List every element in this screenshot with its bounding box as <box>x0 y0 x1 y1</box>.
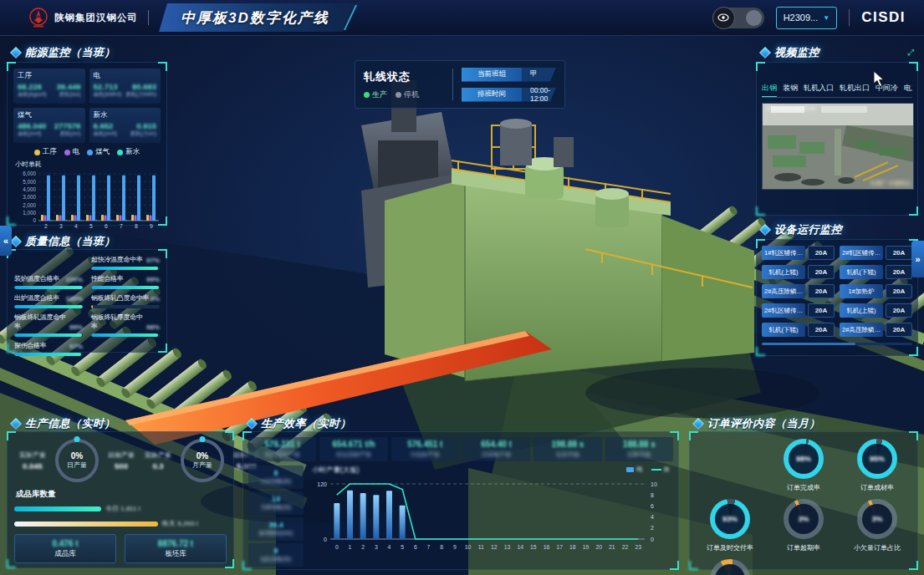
video-tab-装钢[interactable]: 装钢 <box>783 83 798 94</box>
video-tab-电加热[interactable]: 电加热 <box>904 83 912 94</box>
equipment-name-badge[interactable]: 2#高压除鳞… <box>840 323 883 337</box>
svg-text:12: 12 <box>491 544 498 550</box>
quality-label: 钢板终轧厚度命中率 <box>91 313 146 331</box>
quality-value: 97% <box>69 343 83 350</box>
inventory-title: 成品库数量 <box>16 489 227 500</box>
quality-progress-track <box>14 333 83 337</box>
visibility-toggle[interactable] <box>712 8 764 28</box>
energy-card-unit: 单耗(m³/t) <box>94 130 118 138</box>
order-ring-hole: 3% <box>862 504 892 534</box>
side-stat-value: 36.4 <box>268 521 283 529</box>
equipment-cell: 1#轧区辅传…20A <box>762 246 835 260</box>
equipment-name-badge[interactable]: 轧机(上辊) <box>762 265 805 279</box>
energy-card-value: 6.652 <box>94 121 114 130</box>
equipment-name-badge[interactable]: 2#轧区辅传… <box>840 246 883 260</box>
stat-label: 轧制节奏 <box>537 450 598 459</box>
order-gauge: 3%小欠量订单占比 <box>840 499 914 552</box>
scrollbar-thumb[interactable] <box>762 343 855 345</box>
cctv-watermark: 轧钢厂-出钢机位 <box>870 180 911 187</box>
efficiency-side-stats: 8小时块数(块)14当班块数(块)36.4单坯耗时(min)8在轧块数(块) <box>248 466 304 567</box>
energy-card-电: 电52.71380.683单耗(kWh/t)累耗(万kWh) <box>89 69 161 104</box>
cctv-thumbnail[interactable]: 2023-09-12 10:28:46 轧钢厂-出钢机位 <box>762 103 914 190</box>
expand-icon[interactable]: ⤢ <box>907 48 914 58</box>
energy-card-value: 486.040 <box>18 121 46 130</box>
svg-text:11: 11 <box>478 544 484 550</box>
svg-text:1,000: 1,000 <box>23 210 36 216</box>
panel-diamond-icon <box>692 418 704 430</box>
equipment-panel-title: 设备运行监控 <box>761 222 842 237</box>
left-collapse-tab[interactable]: « <box>0 226 12 256</box>
order-gauge-label: 小欠量订单占比 <box>854 543 901 552</box>
order-gauge-label: 订单超期率 <box>787 543 820 552</box>
quality-progress-fill <box>14 286 83 289</box>
equipment-name-badge[interactable]: 轧机(上辊) <box>840 303 883 318</box>
svg-text:13: 13 <box>504 544 511 550</box>
stat-value: 576.451 t <box>395 440 456 449</box>
quality-progress-track <box>14 353 83 356</box>
svg-text:8: 8 <box>440 544 443 550</box>
video-tab-出钢[interactable]: 出钢 <box>762 83 777 94</box>
equipment-name-badge[interactable]: 轧机(下辊) <box>840 265 883 279</box>
video-tab-轧机出口[interactable]: 轧机出口 <box>840 83 870 94</box>
quality-progress-fill <box>91 267 158 270</box>
stat-value: 576.231 t <box>252 440 313 449</box>
energy-card-unit: 累耗(万m³) <box>130 130 156 138</box>
header-divider <box>148 10 149 25</box>
right-collapse-tab[interactable]: » <box>911 241 924 277</box>
equipment-name-badge[interactable]: 2#轧区辅传… <box>762 303 805 318</box>
svg-text:10: 10 <box>651 481 657 487</box>
dashboard-stage: 陕钢集团汉钢公司 中厚板3D数字化产线 H2309... ▼ CISDI 轧线状… <box>0 0 924 575</box>
camera-tabs: 出钢装钢轧机入口轧机出口中间冷电加热 <box>762 83 912 98</box>
gauge-left-label: 实际产量 <box>145 450 171 460</box>
svg-text:23: 23 <box>635 544 641 550</box>
equipment-value: 20A <box>808 284 835 298</box>
ring-percent: 0% <box>71 451 83 461</box>
efficiency-stat: 188.88 s目标节奏 <box>605 437 673 461</box>
svg-text:1: 1 <box>349 544 352 550</box>
energy-card-name: 工序 <box>18 71 81 81</box>
inventory-bars: 今日 1,811 t昨天 5,293 t <box>14 504 227 528</box>
order-ring-value: 98% <box>796 455 811 463</box>
company-logo: 陕钢集团汉钢公司 <box>28 8 138 28</box>
energy-card-unit: 累耗(tce) <box>59 91 81 99</box>
equipment-name-badge[interactable]: 1#轧区辅传… <box>762 246 805 260</box>
order-ring: 3% <box>784 499 824 539</box>
inventory-bar-label: 今日 1,811 t <box>105 504 140 513</box>
equipment-scrollbar[interactable] <box>762 343 912 345</box>
line-selector-dropdown[interactable]: H2309... ▼ <box>776 7 838 29</box>
quality-progress-track <box>91 267 160 270</box>
equipment-value: 20A <box>808 265 835 279</box>
quality-panel-title: 质量信息（当班） <box>12 234 115 249</box>
energy-card-unit: 累耗(m³) <box>60 130 81 138</box>
ring-dot-icon <box>74 436 80 442</box>
equipment-name-badge[interactable]: 轧机(下辊) <box>762 323 805 337</box>
equipment-name-badge[interactable]: 1#加热炉 <box>840 284 883 298</box>
svg-text:21: 21 <box>609 544 615 550</box>
order-gauge: 98%订单完成率 <box>767 439 840 492</box>
hourly-chart-title: 小时产量(大板) <box>312 466 673 476</box>
svg-text:16: 16 <box>544 544 550 550</box>
order-gauge-label: 订单完成率 <box>787 483 820 492</box>
order-ring-value: 95% <box>870 455 885 463</box>
warehouse-box-板坯库: 8876.72 t板坯库 <box>125 534 227 563</box>
svg-text:5: 5 <box>401 544 404 550</box>
company-emblem-icon <box>28 8 48 28</box>
svg-text:6: 6 <box>651 503 654 509</box>
svg-text:7: 7 <box>120 223 123 229</box>
warehouse-value: 0.476 t <box>52 539 78 548</box>
inventory-bar-fill <box>14 506 101 511</box>
gauge-left-value: 0.045 <box>23 461 43 471</box>
quality-label: 装炉温度合格率 <box>14 274 59 283</box>
svg-text:2: 2 <box>651 525 654 531</box>
order-ring-hole: 98% <box>789 444 819 474</box>
efficiency-panel-title: 生产效率（实时） <box>248 416 351 431</box>
quality-value: 99% <box>69 323 83 331</box>
video-tab-轧机入口[interactable]: 轧机入口 <box>804 83 834 94</box>
equipment-name-badge[interactable]: 2#高压除鳞… <box>762 284 805 298</box>
energy-card-新水: 新水6.6520.915单耗(m³/t)累耗(万m³) <box>89 108 161 143</box>
toggle-knob[interactable] <box>746 10 762 26</box>
warehouse-box-成品库: 0.476 t成品库 <box>14 534 116 563</box>
quality-item: 出炉温度合格率100% <box>14 293 83 308</box>
status-dot-icon <box>364 92 370 98</box>
order-gauge-label: 订单成材率 <box>860 483 894 492</box>
